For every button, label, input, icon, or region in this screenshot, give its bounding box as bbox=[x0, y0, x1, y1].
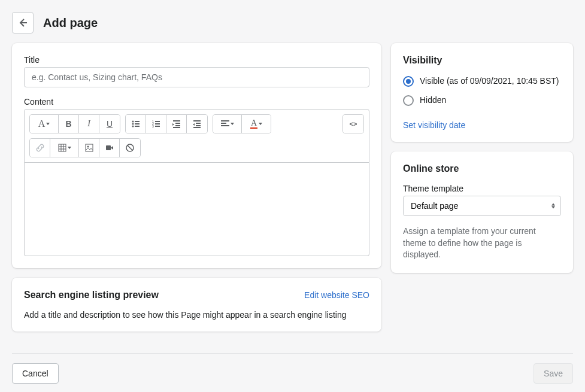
video-button[interactable] bbox=[99, 139, 120, 157]
svg-rect-21 bbox=[221, 123, 226, 124]
svg-point-2 bbox=[132, 123, 134, 125]
link-button[interactable] bbox=[30, 139, 50, 157]
template-label: Theme template bbox=[403, 184, 561, 193]
online-store-card: Online store Theme template Default page… bbox=[391, 151, 573, 273]
content-editor[interactable] bbox=[24, 163, 369, 256]
bold-icon: B bbox=[65, 119, 71, 129]
svg-point-0 bbox=[132, 121, 134, 123]
svg-rect-13 bbox=[175, 123, 180, 124]
svg-rect-14 bbox=[175, 125, 180, 126]
radio-label: Hidden bbox=[420, 95, 446, 107]
template-help-text: Assign a template from your current them… bbox=[403, 226, 561, 261]
theme-template-select[interactable]: Default page bbox=[403, 196, 561, 216]
chevron-down-icon bbox=[231, 123, 234, 125]
page-details-card: Title Content A B I U bbox=[12, 43, 381, 268]
video-icon bbox=[105, 143, 114, 153]
content-label: Content bbox=[24, 97, 369, 107]
svg-rect-3 bbox=[135, 123, 140, 124]
visibility-option-visible[interactable]: Visible (as of 09/09/2021, 10:45 BST) bbox=[403, 75, 561, 87]
title-input[interactable] bbox=[24, 67, 369, 87]
chevron-down-icon bbox=[46, 123, 50, 125]
seo-card: Search engine listing preview Edit websi… bbox=[12, 278, 381, 332]
edit-seo-link[interactable]: Edit website SEO bbox=[304, 290, 369, 300]
align-icon bbox=[221, 120, 229, 128]
svg-rect-15 bbox=[173, 127, 180, 128]
svg-rect-19 bbox=[193, 127, 201, 128]
underline-button[interactable]: U bbox=[99, 115, 120, 133]
indent-icon bbox=[192, 119, 202, 129]
chevron-down-icon bbox=[259, 123, 262, 125]
svg-rect-17 bbox=[196, 123, 201, 124]
clear-icon bbox=[125, 143, 135, 153]
bold-button[interactable]: B bbox=[59, 115, 79, 133]
set-visibility-date-link[interactable]: Set visibility date bbox=[403, 120, 465, 130]
svg-rect-16 bbox=[193, 120, 201, 121]
editor-toolbar: A B I U 123 bbox=[24, 109, 369, 163]
outdent-button[interactable] bbox=[166, 115, 187, 133]
svg-rect-5 bbox=[135, 126, 140, 127]
numbered-list-icon: 123 bbox=[151, 119, 161, 129]
seo-heading: Search engine listing preview bbox=[24, 290, 159, 300]
html-button[interactable]: <> bbox=[343, 115, 363, 133]
image-icon bbox=[84, 143, 94, 153]
code-icon: <> bbox=[350, 120, 357, 127]
link-icon bbox=[35, 143, 45, 153]
radio-checked-icon bbox=[403, 76, 414, 87]
svg-rect-22 bbox=[221, 125, 229, 126]
svg-rect-20 bbox=[221, 120, 229, 121]
page-title: Add page bbox=[43, 16, 98, 30]
svg-line-32 bbox=[128, 145, 132, 150]
svg-rect-7 bbox=[155, 121, 160, 122]
seo-hint: Add a title and description to see how t… bbox=[24, 310, 369, 320]
italic-button[interactable]: I bbox=[79, 115, 99, 133]
font-style-dropdown[interactable]: A bbox=[30, 115, 59, 133]
title-label: Title bbox=[24, 55, 369, 65]
underline-icon: U bbox=[107, 119, 113, 129]
svg-rect-9 bbox=[155, 123, 160, 124]
chevron-down-icon bbox=[68, 147, 71, 149]
table-dropdown[interactable] bbox=[50, 139, 79, 157]
numbered-list-button[interactable]: 123 bbox=[146, 115, 166, 133]
radio-label: Visible (as of 09/09/2021, 10:45 BST) bbox=[420, 75, 559, 87]
bullet-list-icon bbox=[131, 119, 141, 129]
svg-rect-18 bbox=[196, 125, 201, 126]
cancel-button[interactable]: Cancel bbox=[12, 363, 59, 384]
clear-format-button[interactable] bbox=[120, 139, 140, 157]
svg-point-29 bbox=[87, 146, 89, 148]
svg-rect-12 bbox=[173, 120, 180, 121]
font-icon: A bbox=[38, 118, 46, 129]
visibility-card: Visibility Visible (as of 09/09/2021, 10… bbox=[391, 43, 573, 142]
online-store-heading: Online store bbox=[403, 163, 561, 174]
back-button[interactable] bbox=[12, 12, 34, 34]
text-color-dropdown[interactable]: A bbox=[242, 115, 271, 133]
align-dropdown[interactable] bbox=[213, 115, 242, 133]
svg-rect-1 bbox=[135, 121, 140, 122]
svg-point-4 bbox=[132, 126, 134, 127]
svg-rect-23 bbox=[59, 144, 66, 151]
bullet-list-button[interactable] bbox=[126, 115, 146, 133]
save-button[interactable]: Save bbox=[534, 363, 573, 384]
svg-rect-28 bbox=[86, 144, 93, 151]
svg-rect-30 bbox=[106, 145, 111, 150]
svg-text:3: 3 bbox=[152, 124, 154, 128]
svg-rect-11 bbox=[155, 126, 160, 127]
arrow-left-icon bbox=[17, 17, 29, 29]
visibility-option-hidden[interactable]: Hidden bbox=[403, 95, 561, 107]
visibility-heading: Visibility bbox=[403, 55, 561, 66]
table-icon bbox=[58, 144, 66, 152]
radio-unchecked-icon bbox=[403, 95, 414, 106]
image-button[interactable] bbox=[79, 139, 99, 157]
text-color-icon: A bbox=[250, 119, 257, 129]
indent-button[interactable] bbox=[187, 115, 207, 133]
italic-icon: I bbox=[87, 119, 90, 129]
outdent-icon bbox=[172, 119, 181, 129]
